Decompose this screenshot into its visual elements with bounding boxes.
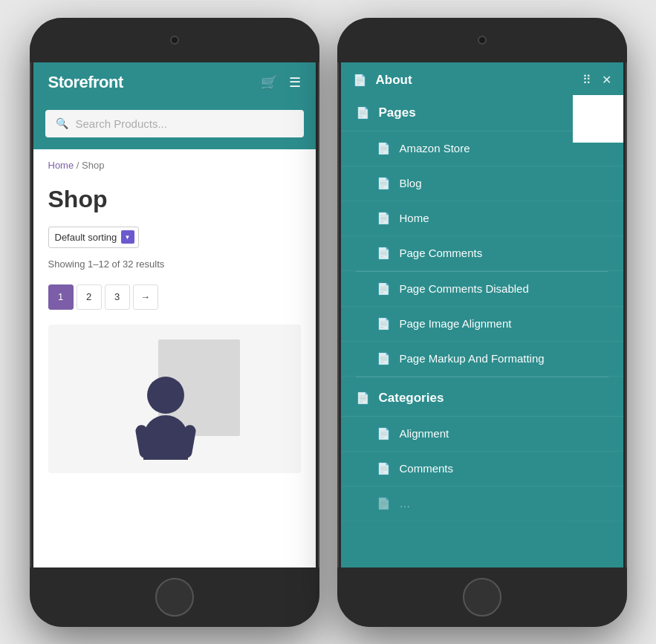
- home-label: Home: [400, 212, 429, 224]
- nav-page-markup-formatting[interactable]: 📄 Page Markup And Formatting: [341, 342, 623, 377]
- categories-label: Categories: [379, 391, 444, 406]
- nav-page-image-alignment[interactable]: 📄 Page Image Alignment: [341, 307, 623, 342]
- nav-page-comments-disabled[interactable]: 📄 Page Comments Disabled: [341, 272, 623, 307]
- storefront-search-area: 🔍 Search Products...: [33, 103, 316, 149]
- partial-label: …: [400, 497, 411, 510]
- search-placeholder-text: Search Products...: [76, 117, 167, 130]
- left-home-button[interactable]: [155, 578, 194, 617]
- page-markup-formatting-doc-icon: 📄: [377, 352, 391, 365]
- comments-label: Comments: [400, 462, 454, 475]
- about-doc-icon: 📄: [353, 74, 367, 87]
- storefront-content: Home / Shop Shop Default sorting Showing…: [33, 149, 316, 484]
- page-comments-label: Page Comments: [400, 247, 483, 259]
- hamburger-icon[interactable]: ☰: [289, 74, 301, 91]
- product-image-area: [48, 325, 301, 473]
- pages-label: Pages: [379, 105, 416, 120]
- breadcrumb: Home / Shop: [48, 160, 301, 171]
- storefront-header: Storefront 🛒 ☰: [33, 62, 316, 103]
- alignment-label: Alignment: [400, 427, 449, 440]
- storefront-icons: 🛒 ☰: [261, 74, 301, 91]
- page-btn-3[interactable]: 3: [105, 284, 130, 310]
- nav-page-comments[interactable]: 📄 Page Comments: [341, 236, 623, 271]
- nav-blog[interactable]: 📄 Blog: [341, 166, 623, 201]
- page-image-alignment-label: Page Image Alignment: [400, 317, 512, 330]
- nav-home[interactable]: 📄 Home: [341, 201, 623, 236]
- nav-pages[interactable]: 📄 Pages: [341, 95, 623, 131]
- page-btn-2[interactable]: 2: [77, 284, 102, 310]
- nav-categories[interactable]: 📄 Categories: [341, 380, 623, 417]
- ninja-illustration: [48, 325, 301, 473]
- right-phone-camera: [478, 36, 487, 45]
- nav-item-partial[interactable]: 📄 …: [341, 487, 623, 521]
- divider-2: [356, 377, 608, 377]
- right-home-button[interactable]: [463, 578, 501, 617]
- nav-about[interactable]: 📄 About: [353, 73, 412, 88]
- nav-comments[interactable]: 📄 Comments: [341, 452, 623, 487]
- amazon-store-label: Amazon Store: [400, 142, 470, 155]
- right-phone-screen: 📄 About ⠿ ✕ 📄 Pages 📄 Amazon Store: [341, 62, 623, 567]
- sort-select[interactable]: Default sorting: [48, 227, 139, 248]
- page-comments-doc-icon: 📄: [377, 247, 391, 260]
- nav-controls: ⠿ ✕: [582, 73, 611, 87]
- nav-screen: 📄 About ⠿ ✕ 📄 Pages 📄 Amazon Store: [341, 62, 623, 567]
- breadcrumb-home[interactable]: Home: [48, 160, 74, 171]
- home-doc-icon: 📄: [377, 212, 391, 225]
- left-phone-screen: Storefront 🛒 ☰ 🔍 Search Products... Home…: [33, 62, 316, 567]
- pages-section: 📄 Pages: [341, 95, 623, 131]
- categories-doc-icon: 📄: [356, 391, 370, 405]
- results-count: Showing 1–12 of 32 results: [48, 258, 301, 270]
- about-row: 📄 About ⠿ ✕: [341, 62, 623, 88]
- page-markup-formatting-label: Page Markup And Formatting: [400, 352, 545, 365]
- amazon-store-doc-icon: 📄: [377, 142, 391, 155]
- blog-label: Blog: [400, 177, 422, 189]
- cart-icon[interactable]: 🛒: [261, 74, 277, 91]
- page-image-alignment-doc-icon: 📄: [377, 317, 391, 331]
- blog-doc-icon: 📄: [377, 177, 391, 190]
- close-icon[interactable]: ✕: [602, 73, 611, 87]
- page-comments-disabled-label: Page Comments Disabled: [400, 282, 529, 295]
- page-comments-disabled-doc-icon: 📄: [377, 282, 391, 296]
- search-box[interactable]: 🔍 Search Products...: [45, 110, 304, 137]
- nav-alignment[interactable]: 📄 Alignment: [341, 417, 623, 452]
- right-phone: 📄 About ⠿ ✕ 📄 Pages 📄 Amazon Store: [337, 18, 627, 627]
- left-phone-bottom-bar: [30, 567, 319, 627]
- page-title: Shop: [48, 186, 301, 213]
- pages-doc-icon: 📄: [356, 106, 370, 120]
- left-phone: Storefront 🛒 ☰ 🔍 Search Products... Home…: [30, 18, 319, 627]
- breadcrumb-separator: /: [77, 160, 82, 171]
- alignment-doc-icon: 📄: [377, 427, 391, 440]
- settings-icon[interactable]: ⠿: [582, 73, 591, 87]
- pagination: 1 2 3 →: [48, 284, 301, 310]
- right-phone-bottom-bar: [337, 567, 627, 627]
- page-btn-next[interactable]: →: [133, 284, 158, 310]
- right-phone-top-bar: [337, 18, 627, 62]
- ninja-head: [147, 377, 184, 414]
- partial-doc-icon: 📄: [377, 497, 391, 510]
- about-label: About: [376, 73, 412, 88]
- sort-select-wrapper[interactable]: Default sorting: [48, 227, 139, 248]
- left-phone-camera: [170, 36, 179, 45]
- comments-doc-icon: 📄: [377, 462, 391, 475]
- page-btn-1[interactable]: 1: [48, 284, 74, 310]
- search-icon: 🔍: [56, 117, 68, 129]
- storefront-logo: Storefront: [48, 73, 123, 92]
- breadcrumb-current: Shop: [82, 160, 104, 171]
- ninja-figure: [136, 377, 195, 473]
- left-phone-top-bar: [30, 18, 319, 62]
